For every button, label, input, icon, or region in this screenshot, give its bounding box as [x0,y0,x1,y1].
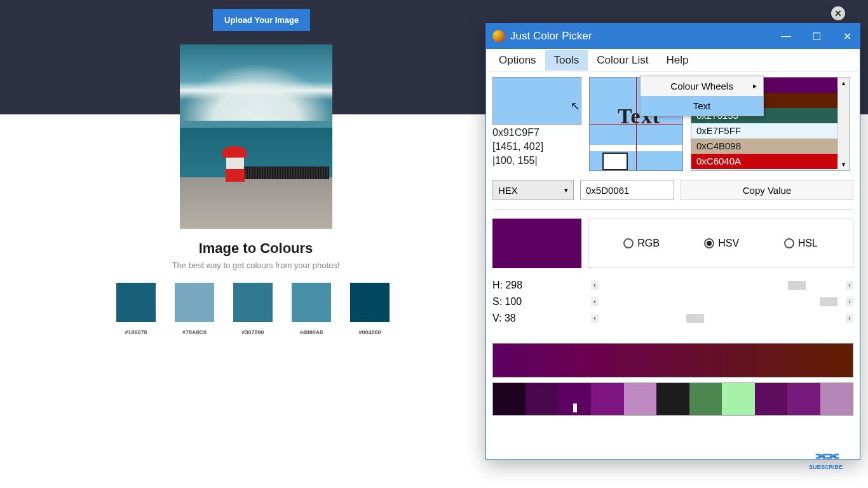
dropdown-item[interactable]: Text [641,96,763,116]
app-icon [492,30,505,43]
swatch[interactable]: #307890 [233,283,273,336]
swatch[interactable]: #4890A8 [292,283,331,336]
format-label: HEX [498,185,518,196]
color-list-item[interactable]: 0xC4B098 [691,139,839,154]
zoom-info: |100, 155| [492,155,581,166]
scheme-cell[interactable] [689,383,722,415]
maximize-icon[interactable]: ☐ [810,30,823,43]
hsl-radio[interactable]: HSL [784,238,818,249]
titlebar[interactable]: Just Color Picker — ☐ ✕ [486,24,860,49]
scheme-cell[interactable] [493,383,526,415]
scheme-cell[interactable] [526,383,558,415]
menu-help[interactable]: Help [658,50,698,71]
rgb-radio[interactable]: RGB [623,238,660,249]
menu-options[interactable]: Options [490,50,545,71]
hex-input[interactable] [580,180,674,200]
scroll-up-icon[interactable]: ▴ [837,78,849,89]
h-slider[interactable]: ‹› [591,280,853,291]
s-label: S: 100 [492,296,591,308]
scroll-down-icon[interactable]: ▾ [837,159,849,170]
scheme-cell[interactable] [820,383,853,415]
v-label: V: 38 [492,313,591,324]
hsv-radio[interactable]: HSV [704,238,739,249]
color-picker-window: Just Color Picker — ☐ ✕ OptionsToolsColo… [485,23,860,460]
scheme-cell[interactable] [787,383,820,415]
color-scheme[interactable] [492,383,853,416]
scheme-cell[interactable] [755,383,787,415]
swatch[interactable]: #186078 [116,283,156,336]
palette-swatches: #186078#78A8C0#307890#4890A8#004860 [116,283,390,336]
scheme-cell[interactable] [624,383,656,415]
chevron-down-icon: ▾ [564,186,568,194]
s-slider[interactable]: ‹› [591,296,853,308]
sample-photo [180,44,332,229]
sampled-hex: 0x91C9F7 [492,127,581,139]
format-select[interactable]: HEX ▾ [492,180,574,200]
gradient-bar[interactable] [492,343,853,377]
current-color-swatch [492,219,581,268]
swatch[interactable]: #004860 [350,283,390,336]
v-slider[interactable]: ‹› [591,313,853,324]
color-preview [492,77,581,125]
scheme-cell[interactable] [656,383,689,415]
menubar: OptionsToolsColour ListHelp [486,49,860,72]
dna-icon: ⫘⫘ [809,447,843,464]
page-title: Image to Colours [0,240,512,257]
scheme-cell[interactable] [722,383,754,415]
scheme-cell[interactable] [559,383,591,415]
tools-dropdown: Colour Wheels▸Text [640,76,764,116]
h-label: H: 298 [492,280,591,291]
menu-colour-list[interactable]: Colour List [588,50,657,71]
dropdown-item[interactable]: Colour Wheels▸ [641,76,763,96]
color-mode-radios: RGB HSV HSL [588,219,853,268]
upload-button[interactable]: Upload Your Image [213,9,310,31]
page-subtitle: The best way to get colours from your ph… [0,261,512,270]
close-icon[interactable]: ✕ [831,6,845,20]
window-title: Just Color Picker [510,30,780,43]
close-window-icon[interactable]: ✕ [841,30,853,43]
color-list-item[interactable]: 0xE7F5FF [691,123,839,139]
swatch[interactable]: #78A8C0 [175,283,214,336]
scheme-cell[interactable] [591,383,623,415]
cursor-coords: [1451, 402] [492,141,581,152]
menu-tools[interactable]: Tools [545,50,588,71]
minimize-icon[interactable]: — [780,30,792,43]
copy-value-button[interactable]: Copy Value [681,180,853,200]
scrollbar[interactable]: ▴ ▾ [837,78,849,170]
color-list-item[interactable]: 0xC6040A [691,154,839,169]
subscribe-badge[interactable]: ⫘⫘ SUBSCRIBE [809,447,843,470]
